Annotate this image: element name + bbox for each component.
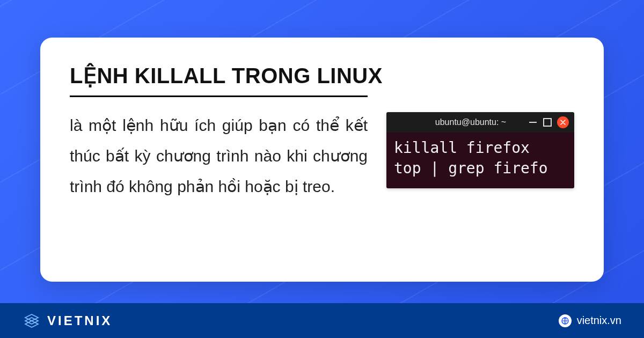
terminal-line: top | grep firefo [394,159,548,177]
terminal-title: ubuntu@ubuntu: ~ [419,117,523,127]
close-icon[interactable] [557,116,569,128]
title-underline [70,95,368,97]
terminal-titlebar: ubuntu@ubuntu: ~ [386,112,574,133]
card-description: là một lệnh hữu ích giúp bạn có thể kết … [70,110,368,202]
footer-bar: VIETNIX vietnix.vn [0,303,644,338]
terminal-line: killall firefox [394,139,530,157]
maximize-icon[interactable] [543,118,552,127]
info-card: LỆNH KILLALL TRONG LINUX là một lệnh hữu… [40,38,604,282]
globe-icon [559,314,572,327]
minimize-icon[interactable] [528,117,538,127]
footer-url-text: vietnix.vn [577,314,621,327]
brand-name: VIETNIX [47,313,112,328]
footer-url[interactable]: vietnix.vn [559,314,621,327]
terminal-body: killall firefox top | grep firefo [386,133,574,188]
card-content-row: là một lệnh hữu ích giúp bạn có thể kết … [70,110,574,202]
card-title: LỆNH KILLALL TRONG LINUX [70,63,574,88]
brand-logo-icon [23,312,41,330]
terminal-window: ubuntu@ubuntu: ~ killall firefox top | g… [386,112,574,188]
brand: VIETNIX [23,312,112,330]
